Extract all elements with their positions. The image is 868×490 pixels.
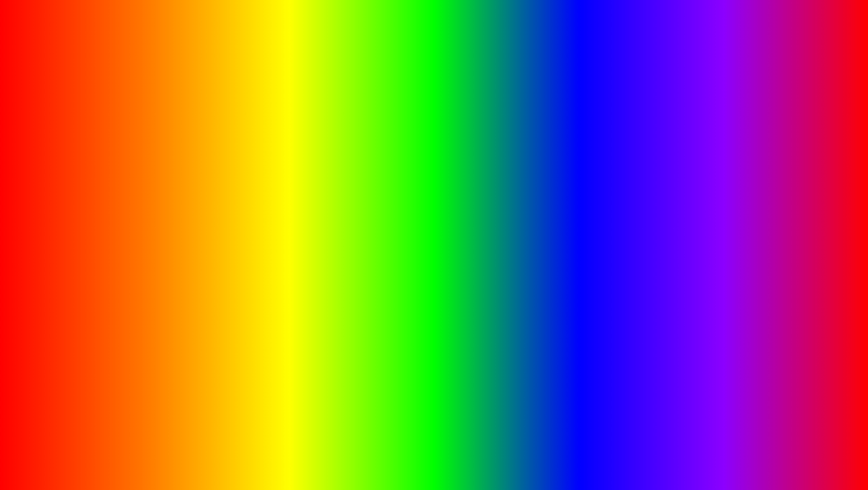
title-blox: BLOX bbox=[134, 7, 361, 83]
auto-farms-section-label: ⚙ Auto Farms Section bbox=[490, 196, 539, 201]
sidebar-item-devilfruit-green[interactable]: ⊞Devil Fruit bbox=[370, 274, 419, 285]
auto-farm-ectoplasma-label: Auto Farm Ectoplasma bbox=[428, 243, 586, 249]
blox-fruits-logo: K FRUITS bbox=[760, 425, 859, 483]
green-window-titlebar: 🍃 TweedLeak#4003 🎮 Game : Blox Fruits | … bbox=[370, 163, 611, 175]
android-label: ANDROID ✅ bbox=[18, 228, 213, 263]
logo-fruits-text: FRUITS bbox=[787, 457, 832, 470]
green-window-icon: 🍃 bbox=[374, 165, 382, 172]
green-window-game: 🎮 Game : Blox Fruits | Third Sea bbox=[433, 165, 513, 172]
red-window-icon: 🍃 bbox=[307, 125, 314, 132]
fast-attack-1-toggle[interactable] bbox=[586, 287, 602, 295]
green-window-content: Refresh Weapon ⚙ Auto Farms Section Auto… bbox=[419, 175, 611, 312]
sidebar-item-home-green[interactable]: ⊞Home bbox=[370, 177, 419, 187]
ui-window-green: 🍃 TweedLeak#4003 🎮 Game : Blox Fruits | … bbox=[369, 162, 612, 315]
sidebar-item-buyitem-green[interactable]: ⊞Item Buy bbox=[370, 263, 419, 274]
auto-farm-ectoplasma-toggle[interactable] bbox=[586, 242, 602, 250]
title-fruits: FRUITS bbox=[436, 7, 734, 83]
auto-awakener-label: Auto Awakener bbox=[360, 142, 496, 148]
red-window-hotkey: [ RightControl ] bbox=[483, 125, 516, 131]
char-body bbox=[67, 284, 112, 347]
question-mark-object: ? bbox=[157, 80, 228, 179]
red-window-game: 🎮 Game : Blox Fruits | Third Sea bbox=[365, 125, 446, 131]
sidebar-item-teleport-red[interactable]: ⊞Teleport bbox=[302, 212, 351, 223]
green-window-user: TweedLeak#4003 bbox=[385, 165, 429, 172]
kill-aura-label: Kill Aura bbox=[428, 271, 586, 277]
main-title: BLOX / FRUITS bbox=[0, 7, 868, 83]
fast-attack-1-row[interactable]: Fast Attack 1 bbox=[423, 284, 607, 298]
auto-farm-bone-toggle[interactable] bbox=[586, 225, 602, 233]
auto-farm-level-label: Auto Farm Level bbox=[428, 209, 586, 215]
sidebar-item-teleport-green[interactable]: ⊞Teleport bbox=[370, 252, 419, 263]
pastebin-label: PASTEBIN bbox=[539, 441, 700, 477]
sidebar-item-raid-red[interactable]: ⊞Raid bbox=[302, 179, 351, 190]
sidebar-item-farming-red[interactable]: ⊞Farming bbox=[302, 158, 351, 169]
kill-aura-toggle[interactable] bbox=[586, 270, 602, 278]
auto-awakener-row[interactable]: Auto Awakener bbox=[355, 138, 517, 152]
sidebar-item-players-red[interactable]: ⊞Players bbox=[302, 190, 351, 201]
bottom-text-area: AUTO FARM SCRIPT PASTEBIN bbox=[0, 436, 868, 482]
attacks-section-header: ⚙ Attacks bbox=[423, 256, 607, 264]
attacks-section-label: ⚙ Attacks bbox=[504, 257, 526, 263]
sidebar-item-visuals-green[interactable]: ⊞Visuals bbox=[370, 241, 419, 252]
script-label: SCRIPT bbox=[411, 441, 530, 477]
auto-farm-level-toggle[interactable] bbox=[586, 208, 602, 216]
auto-farm-ectoplasma-row[interactable]: Auto Farm Ectoplasma bbox=[423, 239, 607, 254]
green-window-sidebar: ⊞Home ⊞LocalPlayer ⊞Farming ⊞Auto Stats … bbox=[370, 175, 419, 312]
char-arm-right bbox=[112, 289, 125, 343]
red-window-sidebar: ⊞Home ⊞LocalPlayer ⊞Farming ⊞Auto Stats … bbox=[302, 134, 352, 263]
refresh-weapon-button[interactable]: Refresh Weapon bbox=[423, 178, 607, 192]
red-window-user: TweedLeak#4003 bbox=[318, 125, 362, 131]
sidebar-item-autostats-green[interactable]: ⊞Auto Stats bbox=[370, 209, 419, 220]
char-arm-left bbox=[53, 289, 67, 343]
auto-farm-bone-label: Auto Farm Bone bbox=[428, 226, 586, 232]
sidebar-item-visuals-red[interactable]: ⊞Visuals bbox=[302, 201, 351, 212]
auto-farm-level-row[interactable]: Auto Farm Level bbox=[423, 205, 607, 219]
fast-attack-1-label: Fast Attack 1 bbox=[428, 288, 586, 294]
sidebar-item-players-green[interactable]: ⊞Players bbox=[370, 231, 419, 241]
sidebar-item-localplayer-green[interactable]: ⊞LocalPlayer bbox=[370, 187, 419, 198]
logo-background: K FRUITS bbox=[760, 425, 859, 477]
kill-aura-row[interactable]: Kill Aura bbox=[423, 267, 607, 281]
logo-k-text: K bbox=[768, 431, 851, 457]
sidebar-item-raid-green[interactable]: ⊞Raid bbox=[370, 220, 419, 231]
mobile-label: MOBILE ✅ bbox=[18, 193, 213, 228]
char-legs bbox=[67, 347, 112, 392]
auto-farm-bone-row[interactable]: Auto Farm Bone bbox=[423, 222, 607, 236]
mobile-android-labels: MOBILE ✅ ANDROID ✅ bbox=[18, 193, 213, 263]
red-window-titlebar: 🍃 TweedLeak#4003 🎮 Game : Blox Fruits | … bbox=[302, 122, 521, 134]
character bbox=[44, 248, 134, 405]
sidebar-item-devilfruit-red[interactable]: ⊞Devil Fruit bbox=[302, 233, 351, 244]
green-window-body: ⊞Home ⊞LocalPlayer ⊞Farming ⊞Auto Stats … bbox=[370, 175, 611, 312]
sidebar-item-autostats-red[interactable]: ⊞Auto Stats bbox=[302, 169, 351, 179]
sidebar-item-home-red[interactable]: ⊞Home bbox=[302, 136, 351, 147]
sidebar-item-buyitem-red[interactable]: ⊞Buy Item bbox=[302, 223, 351, 233]
sidebar-item-farming-green[interactable]: ⊞Farming bbox=[370, 198, 419, 209]
title-slash: / bbox=[386, 7, 411, 83]
sidebar-item-localplayer-red[interactable]: ⊞LocalPlayer bbox=[302, 147, 351, 158]
auto-farm-label: AUTO FARM bbox=[168, 436, 402, 482]
auto-awakener-toggle[interactable] bbox=[496, 141, 512, 149]
auto-farms-section-header: ⚙ Auto Farms Section bbox=[423, 195, 607, 202]
green-window-hotkey: [ RightControl ] bbox=[573, 166, 606, 171]
